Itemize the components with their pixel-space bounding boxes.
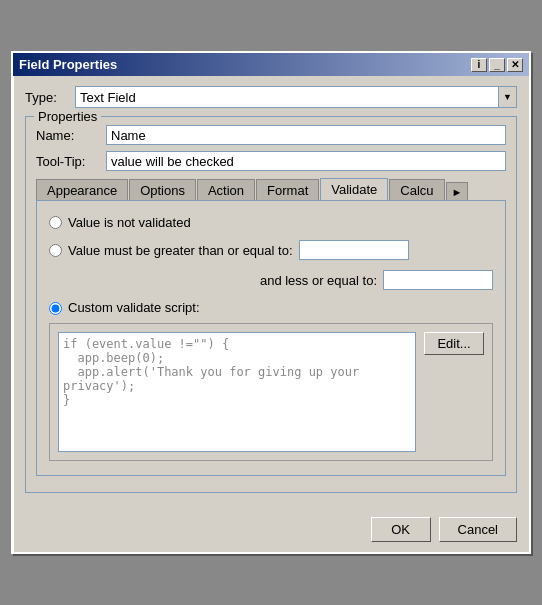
tab-calcu[interactable]: Calcu [389, 179, 444, 200]
dialog-footer: OK Cancel [13, 511, 529, 552]
cancel-button[interactable]: Cancel [439, 517, 517, 542]
title-bar-controls: i _ ✕ [471, 58, 523, 72]
ok-button[interactable]: OK [371, 517, 431, 542]
radio-greater[interactable] [49, 244, 62, 257]
title-bar: Field Properties i _ ✕ [13, 53, 529, 76]
script-right: Edit... [424, 332, 484, 452]
properties-legend: Properties [34, 109, 101, 124]
tab-validate-content: Value is not validated Value must be gre… [36, 200, 506, 476]
type-row: Type: Text Field ▼ [25, 86, 517, 108]
tab-options[interactable]: Options [129, 179, 196, 200]
radio-greater-label: Value must be greater than or equal to: [68, 243, 293, 258]
name-input[interactable] [106, 125, 506, 145]
radio-not-validated[interactable] [49, 216, 62, 229]
tooltip-label: Tool-Tip: [36, 154, 106, 169]
tab-more-button[interactable]: ► [446, 182, 469, 200]
tabs-row: Appearance Options Action Format Validat… [36, 177, 506, 200]
radio-custom[interactable] [49, 302, 62, 315]
type-select[interactable]: Text Field [75, 86, 499, 108]
script-textarea[interactable]: if (event.value !="") { app.beep(0); app… [58, 332, 416, 452]
radio-custom-label: Custom validate script: [68, 300, 200, 315]
tab-format[interactable]: Format [256, 179, 319, 200]
script-section: if (event.value !="") { app.beep(0); app… [49, 323, 493, 461]
and-less-row: and less or equal to: [49, 270, 493, 290]
edit-button[interactable]: Edit... [424, 332, 484, 355]
radio-greater-row: Value must be greater than or equal to: [49, 240, 493, 260]
tooltip-input[interactable] [106, 151, 506, 171]
close-button[interactable]: ✕ [507, 58, 523, 72]
properties-group: Properties Name: Tool-Tip: Appearance Op… [25, 116, 517, 493]
type-select-arrow[interactable]: ▼ [499, 86, 517, 108]
radio-not-validated-row: Value is not validated [49, 215, 493, 230]
radio-not-validated-label: Value is not validated [68, 215, 191, 230]
radio-custom-row: Custom validate script: [49, 300, 493, 315]
minimize-button[interactable]: _ [489, 58, 505, 72]
greater-value-input[interactable] [299, 240, 409, 260]
tab-action[interactable]: Action [197, 179, 255, 200]
dialog-body: Type: Text Field ▼ Properties Name: Tool… [13, 76, 529, 511]
info-button[interactable]: i [471, 58, 487, 72]
tooltip-row: Tool-Tip: [36, 151, 506, 171]
and-less-label: and less or equal to: [260, 273, 377, 288]
tab-appearance[interactable]: Appearance [36, 179, 128, 200]
name-row: Name: [36, 125, 506, 145]
tab-validate[interactable]: Validate [320, 178, 388, 200]
type-select-wrapper: Text Field ▼ [75, 86, 517, 108]
name-label: Name: [36, 128, 106, 143]
type-label: Type: [25, 90, 75, 105]
dialog-title: Field Properties [19, 57, 117, 72]
field-properties-dialog: Field Properties i _ ✕ Type: Text Field … [11, 51, 531, 554]
less-value-input[interactable] [383, 270, 493, 290]
